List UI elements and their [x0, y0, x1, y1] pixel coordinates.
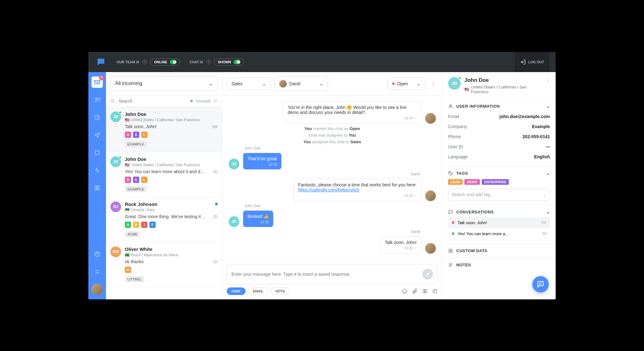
unread-label[interactable]: Unread [196, 99, 210, 104]
topbar: OUR TEAM IS ? ONLINE CHAT IS ? SHOWN LOG… [88, 52, 556, 72]
chat-label: CHAT IS [190, 60, 203, 64]
company-tag: ACME [125, 231, 140, 237]
message-row: JDBooked 👍12:16 [229, 211, 436, 227]
panel-more-button[interactable]: ⋮ [545, 77, 550, 83]
section-custom-data[interactable]: CUSTOM DATA [448, 248, 550, 253]
filter-dropdown[interactable]: All incoming ⌄ [110, 76, 218, 91]
message-time: 12:15 [247, 162, 277, 166]
contact-tag[interactable]: LEAD [448, 179, 463, 185]
chevron-down-icon: ⌄ [209, 81, 213, 87]
chevron-down-icon: ⌄ [547, 171, 550, 176]
conv-preview: ok thanks [125, 259, 144, 264]
chevron-down-icon: ⌄ [547, 104, 550, 109]
send-button[interactable] [422, 269, 433, 280]
sender-label: John Doe [244, 204, 436, 208]
section-user-info[interactable]: USER INFORMATION ⌄ [448, 104, 550, 109]
conv-name: John Doe [125, 111, 146, 117]
sender-label: Daniil [229, 229, 420, 234]
company-tag: EXAMPLE [125, 186, 147, 192]
nav-contacts[interactable] [92, 94, 103, 105]
svg-point-5 [402, 289, 407, 293]
nav-inbox[interactable]: 3 [92, 76, 103, 88]
tab-email[interactable]: EMAIL [248, 287, 268, 295]
search-input[interactable] [119, 99, 187, 104]
chat-widget-fab[interactable] [532, 276, 549, 292]
section-conversations[interactable]: CONVERSATIONS ⌄ [448, 210, 550, 215]
conv-location: 🇺🇸United States / California / San Franc… [125, 118, 218, 122]
message-time: 12:15 ✓ [298, 194, 417, 198]
tag-badge: I [141, 222, 147, 228]
nav-help[interactable] [92, 248, 103, 260]
nav-profile-avatar[interactable] [92, 284, 103, 295]
assignee-dropdown[interactable]: Daniil ⌄ [275, 76, 328, 91]
message-input-box[interactable] [227, 264, 438, 284]
info-row: User ID— [448, 142, 550, 152]
chat-status-toggle[interactable]: SHOWN [214, 59, 244, 65]
user-avatar: JD [229, 159, 239, 169]
chevron-down-icon: ⌄ [547, 210, 550, 214]
nav-settings[interactable] [92, 266, 103, 277]
conv-time: 2D [213, 170, 218, 174]
saved-reply-icon[interactable] [432, 288, 438, 294]
app-logo [95, 56, 107, 68]
conversation-item[interactable]: RJ Rock Johnson 🇺🇦Ukraine / Kiev Great. … [106, 197, 222, 242]
emoji-icon[interactable] [402, 288, 408, 294]
message-row: Fantastic, please choose a time that wor… [229, 179, 436, 201]
status-dot [452, 232, 454, 235]
logout-button[interactable]: LOG OUT [515, 52, 549, 72]
tag-badge: L [141, 132, 147, 138]
message-link[interactable]: https://calendly.com/helpcrunch [298, 187, 359, 192]
info-row: Emailjohn.doe@example.com [448, 111, 550, 122]
message-input[interactable] [231, 272, 419, 277]
related-conversation[interactable]: Talk soon, John!7m [448, 217, 550, 228]
contact-tag[interactable]: DEMO [464, 179, 480, 185]
contact-location: 🇺🇸United States / California / San Franc… [464, 85, 541, 94]
gear-icon[interactable]: ⚙ [214, 99, 218, 104]
tab-note[interactable]: NOTE [271, 287, 290, 295]
info-row: CompanyExample [448, 122, 550, 132]
nav-knowledge[interactable] [92, 182, 103, 194]
conv-avatar: JD [110, 156, 121, 167]
conversation-item[interactable]: OW Oliver White 🇧🇷Brazil / Itapecerica d… [106, 242, 222, 287]
assignee-label: Daniil [289, 81, 300, 86]
search-icon [110, 99, 115, 104]
conv-location: 🇧🇷Brazil / Itapecerica da Serra [125, 253, 218, 257]
team-status-text: ONLINE [154, 60, 167, 64]
conversation-item[interactable]: JD John Doe 🇺🇸United States / California… [106, 152, 222, 197]
info-icon[interactable]: ? [206, 60, 211, 64]
conversation-item[interactable]: JD John Doe 🇺🇸United States / California… [106, 107, 222, 152]
tag-search[interactable]: Search and add tag... ⌄ [448, 189, 550, 201]
nav-campaigns[interactable] [92, 129, 103, 141]
tab-chat[interactable]: CHAT [227, 287, 246, 295]
conv-name: John Doe [125, 156, 146, 162]
nav-history[interactable] [92, 112, 103, 123]
sender-label: Daniil [229, 172, 420, 176]
attachment-icon[interactable] [412, 288, 418, 294]
channel-dropdown[interactable]: Sales ⌄ [227, 78, 271, 90]
contact-avatar: JD [448, 77, 461, 90]
nav-activity[interactable] [92, 165, 103, 176]
message-row: Talk soon, John!12:29 ✓ [229, 236, 436, 254]
conv-avatar: OW [110, 246, 121, 257]
kb-icon[interactable] [422, 288, 428, 294]
assignee-avatar [279, 80, 287, 88]
chat-more-button[interactable]: ⋮ [429, 81, 438, 87]
related-conversation[interactable]: Yes! You can learn more a...2d [448, 228, 550, 239]
company-tag: LITTREL [125, 276, 144, 282]
section-tags[interactable]: TAGS ⌄ [448, 171, 550, 176]
status-dropdown[interactable]: Open ⌄ [387, 78, 425, 90]
info-row: LanguageEnglish [448, 152, 550, 162]
tag-badge: P [133, 222, 139, 228]
tag-badge: O [125, 222, 131, 228]
team-status-toggle[interactable]: ONLINE [150, 59, 180, 65]
info-icon[interactable]: ? [142, 60, 147, 64]
tag-badge: L [141, 177, 147, 183]
system-message: Chat was assigned to You [229, 133, 436, 138]
agent-avatar [425, 190, 436, 201]
section-notes[interactable]: NOTES [448, 263, 550, 268]
contact-tag[interactable]: ENTERPRISE [482, 179, 509, 185]
logout-label: LOG OUT [528, 60, 544, 64]
nav-widget[interactable] [92, 147, 103, 158]
conv-avatar: RJ [110, 201, 121, 212]
svg-rect-2 [95, 151, 99, 155]
